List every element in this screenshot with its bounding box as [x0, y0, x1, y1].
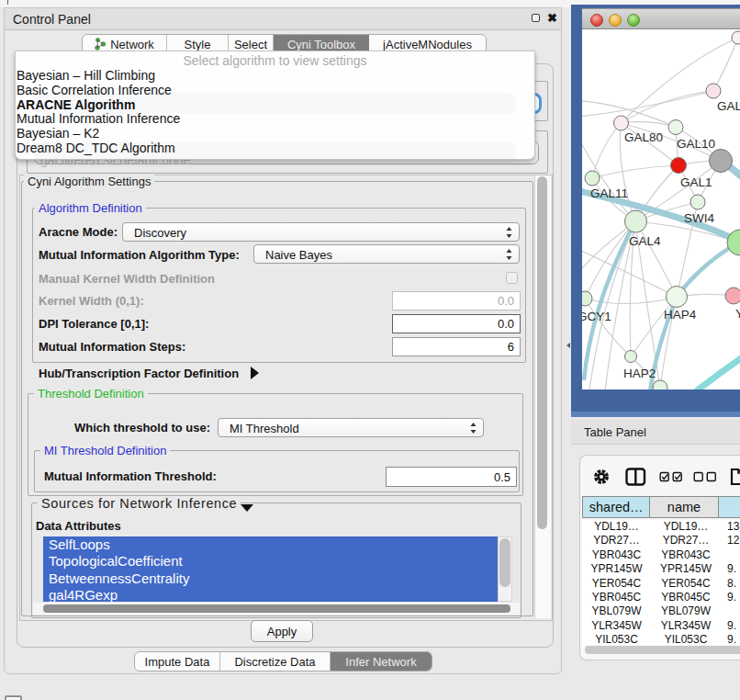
svg-text:Y: Y	[735, 307, 740, 321]
svg-text:GAL11: GAL11	[590, 186, 628, 200]
svg-text:GAL10: GAL10	[677, 137, 715, 151]
svg-text:GAL4: GAL4	[629, 234, 661, 248]
svg-text:GAL: GAL	[717, 99, 740, 113]
svg-text:GCY1: GCY1	[582, 310, 611, 323]
svg-text:GAL80: GAL80	[624, 130, 663, 144]
svg-text:GAL1: GAL1	[680, 175, 712, 189]
svg-text:HAP2: HAP2	[623, 367, 656, 380]
svg-text:SWI4: SWI4	[684, 211, 714, 225]
svg-text:HAP4: HAP4	[664, 308, 697, 322]
